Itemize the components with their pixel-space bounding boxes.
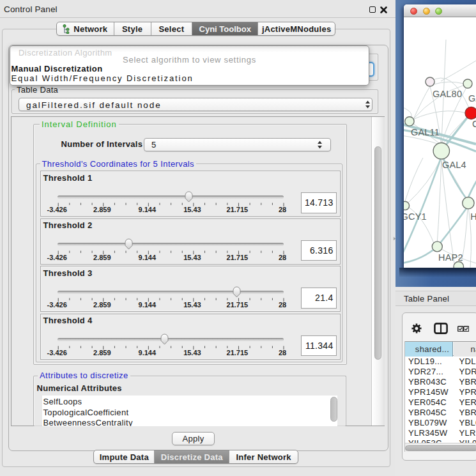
svg-text:GAL3: GAL3: [468, 93, 476, 104]
svg-text:HIS7: HIS7: [470, 211, 476, 222]
svg-text:GCY1: GCY1: [404, 211, 427, 222]
svg-text:HAP2: HAP2: [438, 252, 463, 263]
svg-text:GAL11: GAL11: [411, 127, 440, 137]
svg-text:CDC19: CDC19: [472, 119, 476, 129]
svg-text:GAL80: GAL80: [433, 89, 462, 99]
svg-text:GAL4: GAL4: [442, 160, 466, 170]
